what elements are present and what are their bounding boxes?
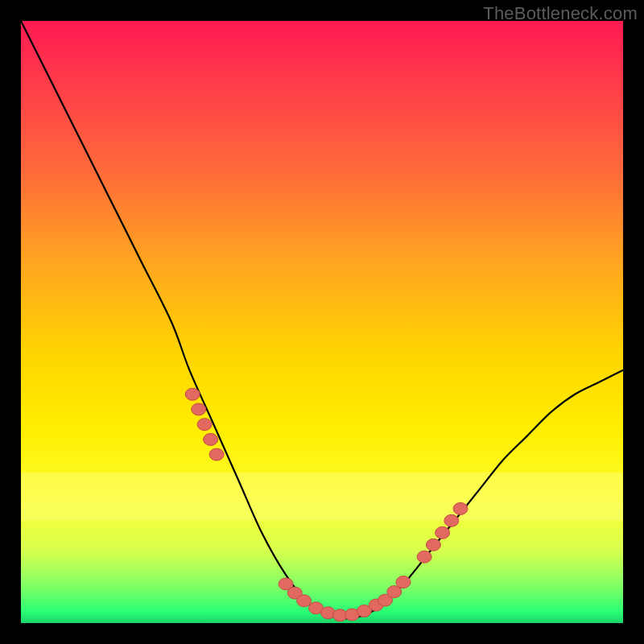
chart-frame: TheBottleneck.com [0, 0, 644, 644]
marker-dot [204, 433, 218, 445]
marker-group [185, 388, 468, 621]
marker-dot [417, 551, 431, 563]
marker-dot [197, 419, 212, 431]
bottleneck-curve [21, 21, 623, 618]
marker-dot [426, 539, 440, 551]
watermark-text: TheBottleneck.com [483, 3, 638, 24]
marker-dot [444, 514, 459, 526]
marker-dot [436, 526, 450, 539]
marker-dot [453, 502, 468, 514]
plot-area [21, 21, 623, 623]
marker-dot [396, 576, 411, 588]
marker-dot [192, 403, 206, 415]
marker-dot [185, 388, 200, 400]
marker-dot [209, 448, 224, 460]
marker-dot [297, 595, 312, 607]
curve-layer [21, 21, 623, 623]
